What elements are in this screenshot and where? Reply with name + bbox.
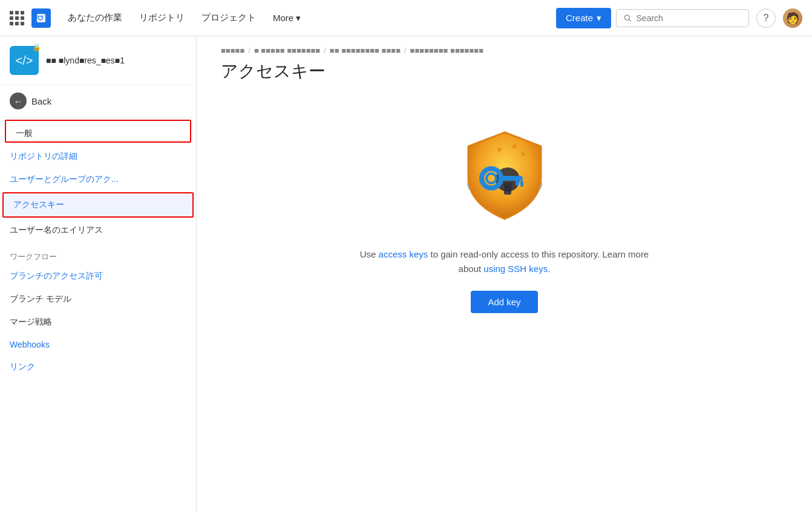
svg-text:★: ★ xyxy=(496,144,503,154)
page-title: アクセスキー xyxy=(221,60,788,83)
shield-illustration: ★ ★ ★ xyxy=(450,119,559,228)
search-input[interactable] xyxy=(637,13,741,23)
repo-icon: </> 🔒 xyxy=(10,46,39,75)
sidebar: </> 🔒 ■■ ■lynd■res_■es■1 ← Back 一般 リポジトリ… xyxy=(0,36,197,512)
sidebar-item-merge-strategy[interactable]: マージ戦略 xyxy=(0,311,196,334)
breadcrumb-1: ■■■■■ xyxy=(221,46,244,55)
breadcrumb-4: ■■■■■■■■ ■■■■■■■ xyxy=(410,46,483,55)
sidebar-item-access-keys[interactable]: アクセスキー xyxy=(2,192,194,218)
back-button[interactable]: ← Back xyxy=(0,85,196,117)
svg-line-3 xyxy=(629,19,630,21)
search-box[interactable] xyxy=(616,9,749,27)
access-keys-link[interactable]: access keys xyxy=(379,249,428,259)
svg-text:🛡: 🛡 xyxy=(38,15,44,22)
breadcrumb-2: ■ ■■■■■ ■■■■■■■ xyxy=(254,46,320,55)
sidebar-item-webhooks[interactable]: Webhooks xyxy=(0,334,196,355)
svg-text:★: ★ xyxy=(511,141,519,151)
sidebar-item-branch-model[interactable]: ブランチ モデル xyxy=(0,288,196,311)
svg-rect-18 xyxy=(504,183,511,195)
sidebar-item-links[interactable]: リンク xyxy=(0,355,196,378)
add-key-button[interactable]: Add key xyxy=(471,291,537,313)
nav-right: ? 🧑 xyxy=(616,8,802,28)
svg-rect-21 xyxy=(499,176,523,181)
grid-menu-icon[interactable] xyxy=(10,11,24,25)
nav-more[interactable]: More ▾ xyxy=(266,8,308,28)
nav-links: あなたの作業 リポジトリ プロジェクト More ▾ xyxy=(61,7,551,28)
nav-repository[interactable]: リポジトリ xyxy=(132,7,192,28)
svg-rect-22 xyxy=(516,181,519,186)
nav-projects[interactable]: プロジェクト xyxy=(194,7,263,28)
sidebar-item-username-alias[interactable]: ユーザー名のエイリアス xyxy=(0,219,196,242)
help-button[interactable]: ? xyxy=(756,8,776,28)
ssh-keys-link[interactable]: using SSH keys xyxy=(483,264,548,274)
svg-rect-23 xyxy=(520,181,523,187)
repo-name: ■■ ■lynd■res_■es■1 xyxy=(46,56,125,65)
back-arrow-icon: ← xyxy=(10,92,27,109)
main-layout: </> 🔒 ■■ ■lynd■res_■es■1 ← Back 一般 リポジトリ… xyxy=(0,36,812,512)
nav-your-work[interactable]: あなたの作業 xyxy=(61,7,129,28)
lock-badge: 🔒 xyxy=(33,44,41,51)
sidebar-item-repo-details[interactable]: リポジトリの詳細 xyxy=(0,145,196,168)
workflow-group-header: ワークフロー xyxy=(0,242,196,265)
sidebar-item-branch-access[interactable]: ブランチのアクセス許可 xyxy=(0,265,196,288)
general-section-header: 一般 xyxy=(5,120,191,143)
description-text: Use access keys to gain read-only access… xyxy=(353,247,656,276)
breadcrumb: ■■■■■ / ■ ■■■■■ ■■■■■■■ / ■■ ■■■■■■■■ ■■… xyxy=(221,36,788,60)
search-icon xyxy=(624,14,632,22)
app-logo[interactable]: 🛡 xyxy=(31,8,51,28)
svg-text:★: ★ xyxy=(520,150,526,158)
sidebar-header: </> 🔒 ■■ ■lynd■res_■es■1 xyxy=(0,36,196,85)
sidebar-item-users-groups[interactable]: ユーザーとグループのアク... xyxy=(0,168,196,191)
create-button[interactable]: Create ▾ xyxy=(556,8,611,28)
top-nav: 🛡 あなたの作業 リポジトリ プロジェクト More ▾ Create ▾ ? … xyxy=(0,0,812,36)
breadcrumb-3: ■■ ■■■■■■■■ ■■■■ xyxy=(330,46,401,55)
main-content: ■■■■■ / ■ ■■■■■ ■■■■■■■ / ■■ ■■■■■■■■ ■■… xyxy=(197,36,812,512)
avatar[interactable]: 🧑 xyxy=(783,8,802,28)
content-center: ★ ★ ★ Use access keys to gain read-only … xyxy=(221,107,788,313)
